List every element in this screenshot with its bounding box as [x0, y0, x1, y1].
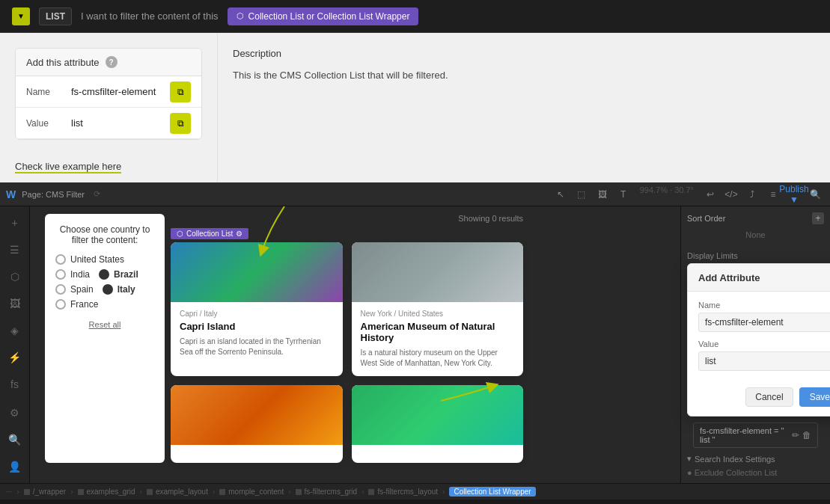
filter-options: United States India Brazil Spain Italy F…	[55, 254, 154, 310]
breadcrumb-example-layout[interactable]: example_layout	[147, 488, 208, 496]
modal-save-button[interactable]: Save	[799, 387, 830, 407]
collection-badge[interactable]: ⬡ Collection List or Collection List Wra…	[228, 7, 419, 25]
wf-export-btn[interactable]: ⤴	[743, 185, 761, 203]
wf-sidebar-users[interactable]: 👤	[4, 456, 25, 477]
copy-value-button[interactable]: ⧉	[170, 113, 191, 134]
wf-tool-arrow[interactable]: ↖	[552, 185, 570, 203]
attr-edit-btn[interactable]: ✏	[792, 430, 799, 440]
wf-sidebar-search[interactable]: 🔍	[4, 429, 25, 450]
rs-search-index-label: ▾ Search Index Settings	[687, 454, 824, 464]
name-value: fs-cmsfilter-element	[71, 86, 170, 97]
breadcrumb-dots: ···	[6, 488, 12, 496]
attribute-panel: Add this attribute ? Name fs-cmsfilter-e…	[0, 33, 217, 182]
wf-sidebar-symbols[interactable]: ◈	[4, 320, 25, 341]
help-icon[interactable]: ?	[106, 56, 118, 68]
modal-header: Add Attribute ✕	[688, 264, 830, 292]
add-attribute-label: Add this attribute	[26, 57, 100, 68]
list-badge: LIST	[39, 7, 72, 25]
wf-toolbar-icons: ↖ ⬚ 🖼 T 994.7% · 30.7° ↩ </> ⤴ ≡ Publish…	[552, 185, 824, 203]
card-church	[171, 385, 343, 463]
wf-canvas-wrapper: + ☰ ⬡ 🖼 ◈ ⚡ fs ⚙ 🔍 👤 Ch	[0, 206, 830, 483]
modal-value-field: Value list	[698, 339, 830, 371]
breadcrumb-momple-content[interactable]: momple_content	[219, 488, 284, 496]
filter-option-italy[interactable]: Italy	[103, 284, 135, 295]
modal-title: Add Attribute	[698, 272, 760, 283]
dropdown-arrow-icon[interactable]: ▼	[12, 7, 30, 25]
check-live-link[interactable]: Check live example here	[15, 161, 121, 173]
card-capri-title: Capri Island	[180, 321, 334, 332]
wf-tool-type[interactable]: T	[614, 185, 632, 203]
wf-publish-btn[interactable]: Publish ▼	[785, 185, 803, 203]
attribute-header: Add this attribute ?	[16, 49, 201, 76]
wf-toolbar: W Page: CMS Filter ⟳ ↖ ⬚ 🖼 T 994.7% · 30…	[0, 182, 830, 206]
canvas-content-area: Choose one country to filter the content…	[45, 214, 523, 463]
wf-sidebar-interactions[interactable]: ⚡	[4, 347, 25, 368]
card-capri-image	[171, 242, 343, 302]
wf-search-btn[interactable]: 🔍	[806, 185, 824, 203]
name-label: Name	[26, 87, 71, 97]
top-panels: Add this attribute ? Name fs-cmsfilter-e…	[0, 33, 830, 182]
wf-zoom-label: 994.7% · 30.7°	[635, 185, 698, 203]
card-capri-body: Capri / Italy Capri Island Capri is an i…	[171, 302, 343, 365]
collection-list-badge: ⬡ Collection List ⚙	[171, 228, 248, 239]
wf-sidebar-cms[interactable]: ⬡	[4, 266, 25, 287]
filter-option-spain[interactable]: Spain	[55, 284, 94, 295]
modal-cancel-button[interactable]: Cancel	[745, 387, 793, 407]
filter-row-india-brazil: India Brazil	[55, 269, 154, 280]
filter-option-us[interactable]: United States	[55, 254, 154, 265]
rs-sort-add-btn[interactable]: +	[812, 212, 824, 224]
card-church-body	[171, 445, 343, 463]
wf-undo-btn[interactable]: ↩	[701, 185, 719, 203]
wf-page-label: Page: CMS Filter	[22, 190, 85, 199]
rs-exclude-label: ● Exclude Collection List	[687, 468, 824, 477]
breadcrumb-collection-list-wrapper[interactable]: Collection List Wrapper	[449, 487, 535, 497]
webflow-editor: W Page: CMS Filter ⟳ ↖ ⬚ 🖼 T 994.7% · 30…	[0, 182, 830, 500]
wf-tool-image[interactable]: 🖼	[593, 185, 611, 203]
collection-label: Collection List or Collection List Wrapp…	[248, 11, 410, 22]
wf-tool-frame[interactable]: ⬚	[573, 185, 591, 203]
wf-sidebar-settings[interactable]: ⚙	[4, 402, 25, 423]
wf-sidebar-assets[interactable]: 🖼	[4, 293, 25, 314]
card-statue-body	[352, 445, 524, 463]
wf-canvas: Choose one country to filter the content…	[30, 206, 680, 483]
breadcrumb-filtercms-grid[interactable]: fs-filtercms_grid	[296, 488, 358, 496]
value-label: Value	[26, 118, 71, 129]
breadcrumb-wrapper[interactable]: /_wrapper	[24, 488, 66, 496]
modal-name-value[interactable]: fs-cmsfilter-element	[698, 313, 830, 332]
breadcrumb-filtercms-layout[interactable]: fs-filtercms_layout	[368, 488, 438, 496]
breadcrumb-examples-grid[interactable]: examples_grid	[78, 488, 135, 496]
wf-sidebar-seo[interactable]: fs	[4, 374, 25, 395]
card-museum-title: American Museum of Natural History	[361, 321, 515, 343]
filter-title: Choose one country to filter the content…	[55, 224, 154, 245]
filter-option-france[interactable]: France	[55, 299, 154, 310]
card-museum: New York / United States American Museum…	[352, 242, 524, 376]
wf-code-btn[interactable]: </>	[722, 185, 740, 203]
webflow-inner: W Page: CMS Filter ⟳ ↖ ⬚ 🖼 T 994.7% · 30…	[0, 182, 830, 500]
instruction-text: I want to filter the content of this	[81, 10, 219, 22]
attribute-box: Add this attribute ? Name fs-cmsfilter-e…	[15, 48, 202, 140]
copy-name-button[interactable]: ⧉	[170, 82, 191, 102]
filter-column: Choose one country to filter the content…	[45, 214, 165, 463]
collection-icon: ⬡	[237, 11, 244, 21]
description-text: This is the CMS Collection List that wil…	[233, 68, 815, 83]
collection-area: Showing 0 results ⬡ Collection List ⚙	[171, 214, 523, 463]
card-statue-image	[352, 385, 524, 445]
wf-sidebar-add[interactable]: +	[4, 212, 25, 233]
modal-value-label: Value	[698, 339, 830, 348]
name-row: Name fs-cmsfilter-element ⧉	[16, 76, 201, 108]
modal-value-value[interactable]: list	[698, 351, 830, 371]
card-capri-desc: Capri is an island located in the Tyrrhe…	[180, 336, 334, 357]
card-museum-location: New York / United States	[361, 310, 515, 318]
card-capri-location: Capri / Italy	[180, 310, 334, 318]
attr-delete-btn[interactable]: 🗑	[802, 430, 811, 440]
rs-none-label: None	[687, 227, 824, 242]
reset-all-btn[interactable]: Reset all	[55, 320, 154, 329]
wf-sidebar-nav[interactable]: ☰	[4, 239, 25, 260]
rs-sort-row: Sort Order +	[687, 212, 824, 224]
card-statue	[352, 385, 524, 463]
canvas-layout: Choose one country to filter the content…	[45, 214, 523, 463]
wf-bottom-bar: ··· › /_wrapper › examples_grid › exampl…	[0, 483, 830, 500]
modal-body: Name fs-cmsfilter-element Value list	[688, 292, 830, 387]
filter-option-india[interactable]: India	[55, 269, 90, 280]
filter-option-brazil[interactable]: Brazil	[99, 269, 138, 280]
